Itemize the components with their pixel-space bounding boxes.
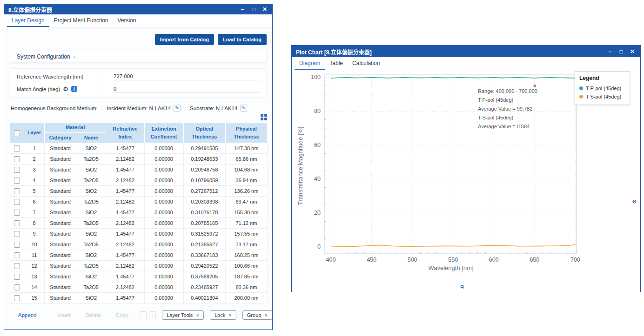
row-checkbox[interactable] [14, 263, 20, 269]
close-icon[interactable]: ✕ [259, 6, 270, 13]
optical-thickness[interactable]: 0.40021304 [183, 293, 225, 303]
physical-thickness[interactable]: 155.30 nm [225, 207, 267, 218]
row-checkbox[interactable] [14, 231, 20, 237]
import-from-catalog-button[interactable]: Import from Catalog [155, 34, 214, 45]
physical-thickness[interactable]: 69.47 nm [225, 197, 267, 207]
physical-thickness[interactable]: 136.26 nm [225, 186, 267, 197]
tab-diagram[interactable]: Diagram [295, 57, 325, 70]
lock-dropdown[interactable]: Lock ∨ [210, 310, 236, 320]
physical-thickness[interactable]: 100.66 nm [225, 261, 267, 271]
material-name[interactable]: SiO2 [76, 229, 106, 239]
optical-thickness[interactable]: 0.23485927 [183, 282, 225, 293]
material-category[interactable]: Standard [45, 154, 76, 165]
material-category[interactable]: Standard [45, 239, 76, 250]
maximize-icon[interactable]: □ [248, 6, 259, 13]
optical-thickness[interactable]: 0.20785165 [183, 218, 225, 229]
material-category[interactable]: Standard [45, 143, 76, 154]
material-name[interactable]: SiO2 [76, 207, 106, 218]
optical-thickness[interactable]: 0.31525972 [183, 229, 225, 239]
refractive-index[interactable]: 1.45477 [106, 143, 144, 154]
refractive-index[interactable]: 2.12482 [106, 282, 144, 293]
optical-thickness[interactable]: 0.20946758 [183, 165, 225, 175]
optical-thickness[interactable]: 0.29491585 [183, 143, 225, 154]
optical-thickness[interactable]: 0.33667183 [183, 250, 225, 261]
table-view-options-icon[interactable] [261, 114, 268, 121]
optical-thickness[interactable]: 0.37589205 [183, 271, 225, 282]
match-angle-input[interactable]: 0 [114, 85, 260, 93]
collapse-panel-left-icon[interactable]: « [632, 197, 637, 206]
material-name[interactable]: Ta2O5 [76, 218, 106, 229]
material-category[interactable]: Standard [45, 186, 76, 197]
physical-thickness[interactable]: 71.12 nm [225, 218, 267, 229]
tab-project-merit-function[interactable]: Project Merit Function [49, 14, 113, 27]
material-category[interactable]: Standard [45, 175, 76, 186]
extinction-coefficient[interactable]: 0.00000 [144, 186, 183, 197]
material-name[interactable]: Ta2O5 [76, 282, 106, 293]
tab-version[interactable]: Version [113, 14, 141, 27]
material-category[interactable]: Standard [45, 229, 76, 239]
row-checkbox[interactable] [14, 220, 20, 226]
annotation-close-icon[interactable]: × [533, 83, 537, 89]
optical-thickness[interactable]: 0.19248633 [183, 154, 225, 165]
copy-button[interactable]: Copy [116, 312, 128, 318]
material-name[interactable]: SiO2 [76, 293, 106, 303]
refractive-index[interactable]: 2.12482 [106, 261, 144, 271]
move-layer-up-button[interactable]: ↑ [140, 311, 147, 319]
extinction-coefficient[interactable]: 0.00000 [144, 239, 183, 250]
material-category[interactable]: Standard [45, 197, 76, 207]
material-name[interactable]: Ta2O5 [76, 261, 106, 271]
extinction-coefficient[interactable]: 0.00000 [144, 175, 183, 186]
extinction-coefficient[interactable]: 0.00000 [144, 218, 183, 229]
maximize-icon[interactable]: □ [616, 48, 627, 55]
material-name[interactable]: SiO2 [76, 165, 106, 175]
material-category[interactable]: Standard [45, 261, 76, 271]
refractive-index[interactable]: 1.45477 [106, 250, 144, 261]
row-checkbox[interactable] [14, 188, 20, 194]
material-name[interactable]: Ta2O5 [76, 175, 106, 186]
extinction-coefficient[interactable]: 0.00000 [144, 165, 183, 175]
material-name[interactable]: Ta2O5 [76, 197, 106, 207]
extinction-coefficient[interactable]: 0.00000 [144, 282, 183, 293]
edit-substrate-icon[interactable]: ✎ [240, 105, 247, 112]
row-checkbox[interactable] [14, 210, 20, 216]
group-dropdown[interactable]: Group ∨ [242, 310, 272, 320]
insert-button[interactable]: Insert [57, 312, 71, 318]
material-category[interactable]: Standard [45, 218, 76, 229]
material-name[interactable]: Ta2O5 [76, 154, 106, 165]
physical-thickness[interactable]: 157.55 nm [225, 229, 267, 239]
row-checkbox[interactable] [14, 274, 20, 280]
minimize-icon[interactable]: – [237, 6, 248, 13]
refractive-index[interactable]: 1.45477 [106, 229, 144, 239]
optical-thickness[interactable]: 0.20303398 [183, 197, 225, 207]
row-checkbox[interactable] [14, 145, 20, 152]
material-category[interactable]: Standard [45, 271, 76, 282]
refractive-index[interactable]: 2.12482 [106, 197, 144, 207]
row-checkbox[interactable] [14, 284, 20, 290]
material-category[interactable]: Standard [45, 293, 76, 303]
extinction-coefficient[interactable]: 0.00000 [144, 207, 183, 218]
refractive-index[interactable]: 1.45477 [106, 165, 144, 175]
material-category[interactable]: Standard [45, 282, 76, 293]
reference-wavelength-input[interactable]: 727.000 [114, 72, 260, 80]
physical-thickness[interactable]: 147.38 nm [225, 143, 267, 154]
refractive-index[interactable]: 2.12482 [106, 218, 144, 229]
extinction-coefficient[interactable]: 0.00000 [144, 143, 183, 154]
row-checkbox[interactable] [14, 167, 20, 173]
gear-icon[interactable]: ⚙ [63, 86, 68, 92]
tab-layer-design[interactable]: Layer Design [7, 14, 49, 27]
row-checkbox[interactable] [14, 252, 20, 258]
collapse-panel-up-icon[interactable]: « [458, 284, 467, 289]
material-category[interactable]: Standard [45, 165, 76, 175]
refractive-index[interactable]: 1.45477 [106, 207, 144, 218]
material-name[interactable]: Ta2O5 [76, 239, 106, 250]
layer-tools-dropdown[interactable]: Layer Tools ∨ [162, 310, 204, 320]
system-configuration-breadcrumb[interactable]: System Configuration › [10, 51, 267, 63]
optical-thickness[interactable]: 0.27267512 [183, 186, 225, 197]
refractive-index[interactable]: 2.12482 [106, 239, 144, 250]
physical-thickness[interactable]: 187.85 nm [225, 271, 267, 282]
physical-thickness[interactable]: 200.00 nm [225, 293, 267, 303]
refractive-index[interactable]: 1.45477 [106, 186, 144, 197]
move-layer-down-button[interactable]: ↓ [149, 311, 156, 319]
material-category[interactable]: Standard [45, 207, 76, 218]
extinction-coefficient[interactable]: 0.00000 [144, 261, 183, 271]
